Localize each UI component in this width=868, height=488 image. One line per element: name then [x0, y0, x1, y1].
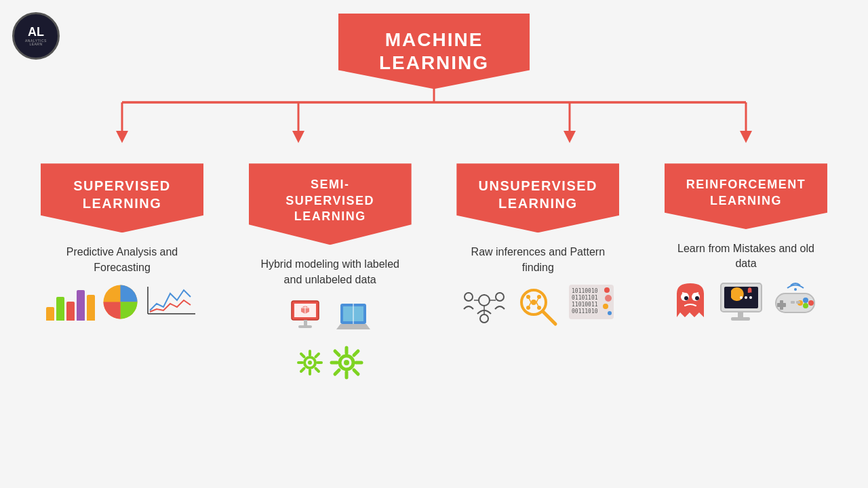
svg-point-70 [605, 295, 612, 302]
semi-supervised-box: SEMI-SUPERVISEDLEARNING [249, 163, 412, 245]
svg-point-47 [465, 293, 473, 301]
svg-point-54 [531, 300, 536, 305]
svg-point-72 [608, 311, 612, 315]
svg-marker-6 [292, 131, 304, 143]
supervised-icons [41, 283, 203, 321]
svg-line-45 [335, 370, 339, 374]
svg-point-49 [480, 314, 488, 323]
svg-rect-85 [731, 317, 750, 321]
svg-line-34 [315, 354, 319, 357]
svg-point-76 [695, 296, 699, 300]
svg-text:00111010: 00111010 [572, 308, 598, 314]
logo-subtitle: ANALYTICSLEARN [25, 39, 47, 47]
svg-point-82 [745, 296, 747, 299]
branch-unsupervised: UNSUPERVISEDLEARNING Raw inferences and … [450, 163, 626, 382]
svg-rect-20 [304, 320, 307, 325]
unsupervised-icons: 10110010 01101101 11010011 00111010 [456, 283, 619, 327]
svg-text:01101101: 01101101 [572, 295, 598, 301]
ghost-icon [670, 280, 711, 324]
branch-reinforcement: REINFORCEMENTLEARNING Learn from Mistake… [658, 163, 834, 382]
svg-line-35 [301, 369, 304, 372]
reinforcement-icons [665, 280, 827, 324]
ml-line2: LEARNING [379, 52, 489, 73]
branch-supervised: SUPERVISEDLEARNING Predictive Analysis a… [34, 163, 210, 382]
svg-point-71 [603, 304, 608, 309]
gear-icons [295, 344, 366, 382]
svg-point-46 [479, 295, 490, 306]
semi-supervised-icons-row1 [286, 296, 374, 336]
logo-initials: AL [28, 26, 44, 38]
game-screen-icon [717, 280, 765, 324]
svg-rect-94 [791, 301, 795, 304]
svg-rect-21 [298, 325, 312, 328]
svg-line-32 [301, 354, 304, 357]
reinforcement-icons-row1 [670, 280, 765, 324]
svg-point-69 [604, 287, 610, 293]
line-chart-icon [144, 283, 199, 317]
logo: AL ANALYTICSLEARN [12, 12, 60, 60]
gear1-icon [295, 348, 326, 378]
machine-learning-box: MACHINE LEARNING [338, 14, 530, 89]
svg-point-48 [496, 293, 504, 301]
svg-point-83 [749, 296, 752, 299]
bar-chart-icon [46, 283, 95, 321]
unsupervised-icons-row1 [460, 283, 562, 327]
connector-lines [34, 89, 834, 163]
svg-point-37 [344, 360, 349, 365]
svg-line-63 [543, 312, 555, 324]
main-content: MACHINE LEARNING SUPERVISEDLEARNING Pred… [0, 0, 868, 382]
reinforcement-box: REINFORCEMENTLEARNING [665, 163, 827, 229]
svg-text:11010011: 11010011 [572, 302, 598, 308]
branch-semi-supervised: SEMI-SUPERVISEDLEARNING Hybrid modeling … [242, 163, 418, 382]
svg-rect-95 [796, 301, 800, 304]
svg-line-43 [354, 370, 358, 374]
svg-point-90 [803, 298, 808, 303]
branches-container: SUPERVISEDLEARNING Predictive Analysis a… [34, 163, 834, 382]
svg-rect-84 [738, 312, 743, 317]
computer-icon [286, 296, 327, 336]
controller-icon [770, 280, 821, 317]
svg-line-33 [315, 369, 319, 372]
svg-point-91 [808, 300, 814, 306]
svg-point-27 [308, 361, 312, 365]
svg-point-81 [740, 296, 743, 299]
semi-supervised-desc: Hybrid modeling with labeled and unlabel… [252, 257, 408, 287]
search-pattern-icon [515, 283, 562, 327]
binary-data-icon: 10110010 01101101 11010011 00111010 [568, 283, 615, 321]
unsupervised-desc: Raw inferences and Pattern finding [460, 245, 616, 275]
svg-text:10110010: 10110010 [572, 288, 598, 294]
unsupervised-box: UNSUPERVISEDLEARNING [456, 163, 619, 232]
svg-marker-8 [740, 131, 752, 143]
semi-supervised-icons [249, 296, 412, 382]
svg-point-75 [684, 296, 688, 300]
supervised-desc: Predictive Analysis and Forecasting [44, 245, 200, 275]
reinforcement-desc: Learn from Mistakes and old data [668, 241, 824, 272]
svg-point-86 [794, 288, 797, 291]
svg-rect-89 [777, 303, 786, 307]
pie-chart-icon [102, 283, 139, 321]
svg-marker-7 [564, 131, 576, 143]
svg-marker-24 [336, 324, 370, 329]
svg-line-42 [335, 351, 339, 355]
book-icon [334, 296, 374, 336]
svg-line-44 [354, 351, 358, 355]
gear2-icon [328, 344, 366, 382]
ml-line1: MACHINE [385, 29, 484, 50]
svg-rect-25 [353, 304, 354, 324]
supervised-box: SUPERVISEDLEARNING [41, 163, 203, 232]
svg-point-92 [803, 303, 808, 308]
svg-marker-5 [116, 131, 128, 143]
supervised-icons-row1 [46, 283, 139, 321]
people-cluster-icon [460, 283, 508, 327]
